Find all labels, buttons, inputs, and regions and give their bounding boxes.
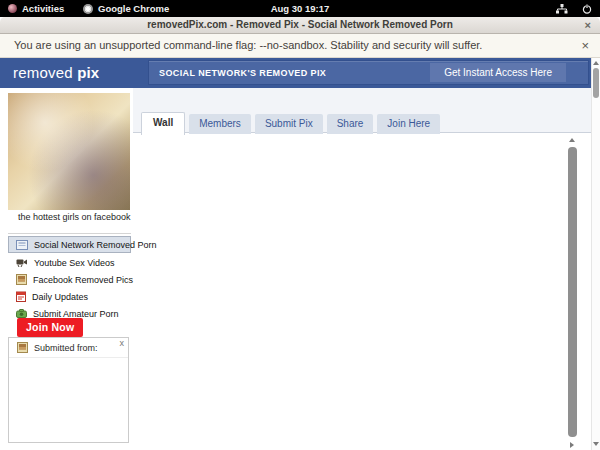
sidebar-item-label: Daily Updates (32, 292, 88, 302)
calendar-icon (16, 291, 26, 302)
sidebar-item-label: Facebook Removed Pics (33, 275, 133, 285)
sidebar-item-daily-updates[interactable]: Daily Updates (8, 288, 131, 305)
chrome-infobar: You are using an unsupported command-lin… (0, 34, 600, 58)
window-title-bar[interactable]: removedPix.com - Removed Pix - Social Ne… (0, 17, 600, 34)
wall-feed-icon (16, 240, 28, 250)
join-now-button[interactable]: Join Now (17, 318, 83, 337)
sidebar-item-label: Youtube Sex Videos (34, 258, 115, 268)
content-scrollbar-thumb[interactable] (568, 147, 577, 437)
page-scroll-up-icon[interactable] (593, 61, 599, 65)
header-banner-bar: SOCIAL NETWORK'S REMOVED PIX Get Instant… (148, 60, 589, 85)
submitted-close-button[interactable]: x (120, 338, 125, 348)
submitted-from-label: Submitted from: (34, 343, 98, 353)
profile-photo-placeholder (8, 93, 130, 210)
network-icon (556, 4, 568, 14)
tab-wall[interactable]: Wall (141, 112, 185, 135)
submitted-from-header: Submitted from: (9, 338, 128, 358)
page-scrollbar-thumb[interactable] (593, 68, 599, 98)
scroll-right-icon[interactable] (570, 442, 574, 448)
tab-join-here[interactable]: Join Here (377, 114, 440, 134)
window-title: removedPix.com - Removed Pix - Social Ne… (0, 17, 600, 33)
system-top-bar: Activities Google Chrome Aug 30 19:17 (0, 0, 600, 17)
page-scrollbar[interactable] (591, 58, 600, 450)
logo-word-2: pix (77, 64, 99, 81)
window-close-button[interactable]: × (585, 18, 591, 33)
logo-word-1: removed (13, 64, 77, 81)
photo-icon (17, 342, 28, 353)
tab-share[interactable]: Share (327, 114, 374, 134)
photo-caption: the hottest girls on facebook (18, 212, 131, 222)
content-scrollbar[interactable] (567, 135, 578, 450)
sidebar-item-facebook-removed-pics[interactable]: Facebook Removed Pics (8, 271, 131, 288)
submitted-from-box: Submitted from: x (8, 337, 129, 443)
video-camera-icon (16, 258, 28, 267)
sidebar-item-social-network-removed-porn[interactable]: Social Network Removed Porn (8, 236, 131, 253)
power-icon (582, 4, 592, 14)
infobar-close-icon[interactable]: × (581, 34, 589, 57)
tab-members[interactable]: Members (189, 114, 251, 134)
banner-title: SOCIAL NETWORK'S REMOVED PIX (159, 68, 326, 78)
photo-icon (16, 274, 27, 285)
sidebar-menu: Social Network Removed Porn Youtube Sex … (8, 233, 131, 322)
tab-submit-pix[interactable]: Submit Pix (255, 114, 323, 134)
tab-bar: Wall Members Submit Pix Share Join Here (141, 111, 440, 134)
get-access-button[interactable]: Get Instant Access Here (430, 63, 566, 82)
camera-upload-icon (16, 309, 27, 318)
system-tray[interactable] (556, 0, 592, 17)
clock-label: Aug 30 19:17 (271, 3, 330, 14)
sidebar-item-label: Submit Amateur Porn (33, 309, 119, 319)
sidebar-item-label: Social Network Removed Porn (34, 240, 157, 250)
infobar-message: You are using an unsupported command-lin… (14, 34, 482, 57)
clock[interactable]: Aug 30 19:17 (0, 0, 600, 17)
scroll-up-icon[interactable] (569, 138, 575, 142)
page-scroll-down-icon[interactable] (593, 442, 599, 446)
sidebar-item-youtube-sex-videos[interactable]: Youtube Sex Videos (8, 254, 131, 271)
site-header: removed pix SOCIAL NETWORK'S REMOVED PIX… (0, 58, 592, 88)
site-logo[interactable]: removed pix (0, 58, 148, 88)
